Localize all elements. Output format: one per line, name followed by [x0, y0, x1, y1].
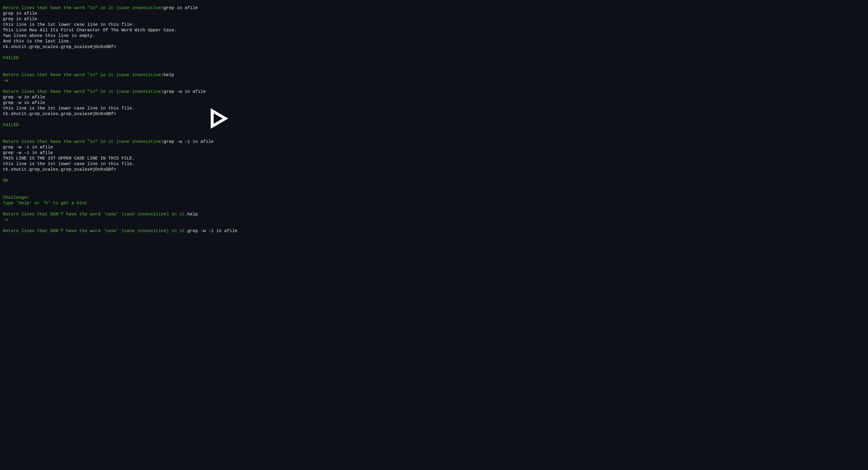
terminal-line: tk.shutit.grep_scales.grep_scales#jDcKxG…	[3, 167, 436, 173]
terminal-text-segment: FAILED	[3, 56, 19, 61]
terminal-text-segment: grep -w in afile	[3, 100, 45, 105]
terminal-line: Two lines above this line is empty.	[3, 33, 436, 39]
terminal-line: Type 'help' or 'h' to get a hint	[3, 200, 436, 206]
terminal-line: Return lines that have the word "in" in …	[3, 139, 436, 145]
terminal-text-segment: grep -w -i in afile	[3, 150, 53, 155]
terminal-text-segment: grep -w -i in afile	[3, 145, 53, 150]
terminal-line	[3, 133, 436, 139]
terminal-text-segment: FAILED	[3, 123, 19, 128]
terminal-text-segment: tk.shutit.grep_scales.grep_scales#jDcKxG…	[3, 112, 116, 117]
terminal-text-segment: help	[187, 212, 198, 217]
terminal-text-segment: grep -w in afile	[163, 89, 206, 94]
terminal-text-segment: Return lines that DON'T have the word 'c…	[3, 212, 187, 217]
terminal-text-segment: Challenge!	[3, 195, 29, 200]
terminal-line	[3, 223, 436, 228]
terminal-text-segment: grep -w -i in afile	[187, 228, 237, 233]
terminal-line: tk.shutit.grep_scales.grep_scales#jDcKxG…	[3, 44, 436, 50]
terminal-text-segment: Return lines that have the word "in" in …	[3, 6, 163, 10]
terminal-line: Challenge!	[3, 195, 436, 200]
terminal-line: OK	[3, 178, 436, 184]
play-icon	[211, 108, 228, 129]
terminal-line: FAILED	[3, 55, 436, 61]
terminal-line	[3, 189, 436, 195]
terminal-text-segment: grep -w -i in afile	[163, 139, 214, 144]
terminal-line: Return lines that have the word "in" in …	[3, 72, 436, 78]
terminal-text-segment: OK	[3, 178, 8, 183]
terminal-line	[3, 173, 436, 178]
terminal-line: grep -w in afile	[3, 95, 436, 100]
terminal-text-segment: this line is the 1st lower case line in …	[3, 106, 135, 111]
terminal-line: Return lines that DON'T have the word 'c…	[3, 212, 436, 217]
terminal-line	[3, 184, 436, 189]
terminal-line: grep -w -i in afile	[3, 150, 436, 156]
terminal-line	[3, 84, 436, 89]
terminal-line: Return lines that DON'T have the word 'c…	[3, 228, 436, 234]
terminal-line: grep in afile	[3, 11, 436, 17]
terminal-line: Return lines that have the word "in" in …	[3, 89, 436, 95]
terminal-text-segment: grep in afile	[3, 11, 37, 16]
terminal-text-segment: grep in afile	[3, 17, 37, 22]
terminal-line	[3, 206, 436, 212]
terminal-text-segment: grep in afile	[163, 6, 198, 10]
terminal-line: And this is the last line.	[3, 39, 436, 44]
terminal-text-segment: THIS LINE IS THE 1ST UPPER CASE LINE IN …	[3, 156, 135, 161]
terminal-text-segment: Return lines that have the word "in" in …	[3, 89, 163, 94]
terminal-text-segment: tk.shutit.grep_scales.grep_scales#jDcKxG…	[3, 44, 116, 50]
terminal-text-segment: this line is the 1st lower case line in …	[3, 22, 135, 27]
terminal-line: THIS LINE IS THE 1ST UPPER CASE LINE IN …	[3, 156, 436, 161]
terminal-text-segment: help	[163, 72, 174, 77]
terminal-line	[3, 61, 436, 66]
terminal-text-segment: grep -w in afile	[3, 95, 45, 100]
terminal-text-segment: tk.shutit.grep_scales.grep_scales#jDcKxG…	[3, 167, 116, 172]
terminal-text-segment: Return lines that have the word "in" in …	[3, 72, 163, 77]
terminal-line: -v	[3, 217, 436, 223]
terminal-text-segment: This Line Has All Its First Character Of…	[3, 28, 177, 33]
terminal-text-segment: -v	[3, 217, 8, 222]
terminal-text-segment: Return lines that DON'T have the word 'c…	[3, 228, 187, 233]
terminal-line: This Line Has All Its First Character Of…	[3, 28, 436, 33]
terminal-line: this line is the 1st lower case line in …	[3, 161, 436, 167]
terminal-line: Return lines that have the word "in" in …	[3, 5, 436, 11]
terminal-line: grep -w -i in afile	[3, 145, 436, 150]
terminal-text-segment: Two lines above this line is empty.	[3, 33, 95, 38]
terminal-text-segment: Return lines that have the word "in" in …	[3, 139, 163, 144]
terminal-line: this line is the 1st lower case line in …	[3, 22, 436, 28]
terminal-text-segment: this line is the 1st lower case line in …	[3, 161, 135, 166]
terminal-line: grep -w in afile	[3, 100, 436, 106]
terminal-line	[3, 50, 436, 55]
terminal-line: -w	[3, 78, 436, 84]
terminal-text-segment: -w	[3, 78, 8, 83]
terminal-text-segment: Type 'help' or 'h' to get a hint	[3, 201, 87, 206]
terminal-text-segment: And this is the last line.	[3, 39, 71, 44]
terminal-line	[3, 67, 436, 72]
play-button[interactable]	[211, 108, 228, 130]
terminal-line: grep in afile	[3, 17, 436, 22]
